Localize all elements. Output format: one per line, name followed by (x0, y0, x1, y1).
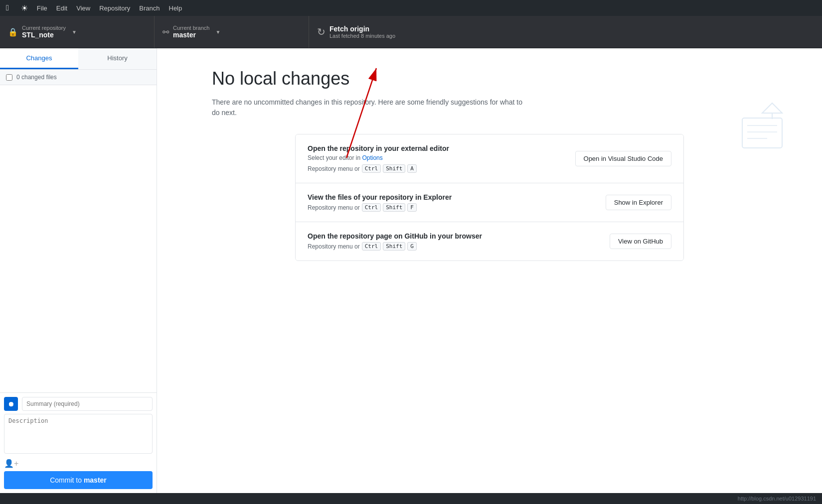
content-area: No local changes There are no uncommitte… (157, 48, 822, 493)
add-coauthor-icon[interactable]: 👤+ (4, 459, 18, 468)
no-changes-description: There are no uncommitted changes in this… (212, 97, 531, 118)
menu-bar:  ☀ File Edit View Repository Branch Hel… (0, 0, 822, 16)
suggestion-card-github: Open the repository page on GitHub in yo… (296, 222, 683, 260)
lock-icon: 🔒 (8, 27, 18, 37)
shortcut-ctrl-1: Ctrl (362, 164, 381, 173)
card-editor-title: Open the repository in your external edi… (308, 144, 449, 152)
menu-help[interactable]: Help (169, 4, 182, 12)
card-github-title: Open the repository page on GitHub in yo… (308, 232, 482, 240)
refresh-icon: ↻ (317, 26, 326, 38)
current-branch-button[interactable]: ⚯ Current branch master ▼ (155, 16, 309, 48)
shortcut-ctrl-2: Ctrl (362, 203, 381, 212)
menu-file[interactable]: File (37, 4, 47, 12)
fetch-label-group: Fetch origin Last fetched 8 minutes ago (329, 25, 395, 39)
status-bar: http://blog.csdn.net/u012931191 (0, 493, 822, 504)
commit-summary-input[interactable] (22, 397, 153, 411)
tab-history[interactable]: History (78, 48, 157, 69)
power-icon: ⏺ (7, 400, 14, 408)
card-explorer-left: View the files of your repository in Exp… (308, 193, 452, 212)
sidebar-tabs: Changes History (0, 48, 157, 70)
view-on-github-button[interactable]: View on GitHub (610, 234, 671, 249)
card-explorer-shortcut: Repository menu or Ctrl Shift F (308, 203, 452, 212)
commit-button-prefix: Commit to (50, 476, 84, 484)
open-vscode-button[interactable]: Open in Visual Studio Code (575, 151, 671, 166)
repo-label-group: Current repository STL_note (22, 25, 66, 39)
fetch-origin-button[interactable]: ↻ Fetch origin Last fetched 8 minutes ag… (309, 16, 822, 48)
fetch-label-top: Fetch origin (329, 25, 395, 33)
commit-avatar: ⏺ (4, 397, 18, 411)
github-icon: ☀ (21, 3, 28, 13)
branch-label-group: Current branch master (173, 25, 209, 39)
suggestion-card-explorer: View the files of your repository in Exp… (296, 183, 683, 222)
card-editor-options-link[interactable]: Options (362, 154, 382, 161)
commit-area: ⏺ 👤+ Commit to master (0, 392, 157, 493)
card-explorer-shortcut-prefix: Repository menu or (308, 204, 360, 211)
suggestion-cards: Open the repository in your external edi… (295, 134, 684, 261)
changed-files-count: 0 changed files (16, 74, 57, 81)
repo-label-top: Current repository (22, 25, 66, 31)
card-github-left: Open the repository page on GitHub in yo… (308, 232, 482, 251)
card-editor-shortcut: Repository menu or Ctrl Shift A (308, 164, 449, 173)
commit-description-input[interactable] (4, 414, 153, 454)
menu-edit[interactable]: Edit (56, 4, 67, 12)
commit-button-branch: master (84, 476, 107, 484)
shortcut-a: A (407, 164, 417, 173)
illustration (732, 98, 792, 160)
github-logo:  (6, 3, 9, 12)
branch-icon: ⚯ (163, 27, 169, 37)
changed-files-bar: 0 changed files (0, 70, 157, 85)
card-explorer-title: View the files of your repository in Exp… (308, 193, 452, 201)
shortcut-g: G (407, 242, 417, 251)
commit-avatar-row: ⏺ (4, 397, 153, 411)
card-github-shortcut-prefix: Repository menu or (308, 243, 360, 250)
suggestion-card-editor: Open the repository in your external edi… (296, 134, 683, 183)
show-explorer-button[interactable]: Show in Explorer (606, 195, 671, 210)
shortcut-f: F (407, 203, 417, 212)
fetch-label-bottom: Last fetched 8 minutes ago (329, 33, 395, 39)
file-list (0, 85, 157, 392)
menu-branch[interactable]: Branch (139, 4, 160, 12)
tab-changes[interactable]: Changes (0, 48, 78, 69)
branch-label-top: Current branch (173, 25, 209, 31)
card-editor-shortcut-prefix: Repository menu or (308, 165, 360, 172)
status-text: http://blog.csdn.net/u012931191 (738, 496, 816, 502)
commit-button[interactable]: Commit to master (4, 471, 153, 489)
svg-marker-6 (762, 103, 782, 113)
current-repo-button[interactable]: 🔒 Current repository STL_note ▼ (0, 16, 155, 48)
card-editor-left: Open the repository in your external edi… (308, 144, 449, 173)
main-layout: Changes History 0 changed files ⏺ 👤+ Com… (0, 48, 822, 493)
shortcut-shift-1: Shift (383, 164, 405, 173)
shortcut-shift-2: Shift (383, 203, 405, 212)
repo-dropdown-arrow: ▼ (72, 29, 77, 35)
repo-label-bottom: STL_note (22, 31, 66, 39)
branch-dropdown-arrow: ▼ (215, 29, 220, 35)
sidebar: Changes History 0 changed files ⏺ 👤+ Com… (0, 48, 157, 493)
branch-label-bottom: master (173, 31, 209, 39)
commit-footer: 👤+ (4, 459, 153, 468)
shortcut-shift-3: Shift (383, 242, 405, 251)
shortcut-ctrl-3: Ctrl (362, 242, 381, 251)
menu-repository[interactable]: Repository (99, 4, 130, 12)
card-github-shortcut: Repository menu or Ctrl Shift G (308, 242, 482, 251)
card-editor-subtitle: Select your editor in Options (308, 154, 449, 161)
card-editor-subtitle-text: Select your editor in (308, 154, 362, 161)
no-changes-title: No local changes (212, 68, 349, 89)
toolbar: 🔒 Current repository STL_note ▼ ⚯ Curren… (0, 16, 822, 48)
svg-rect-2 (742, 118, 782, 148)
menu-view[interactable]: View (76, 4, 90, 12)
select-all-files-checkbox[interactable] (6, 74, 12, 81)
